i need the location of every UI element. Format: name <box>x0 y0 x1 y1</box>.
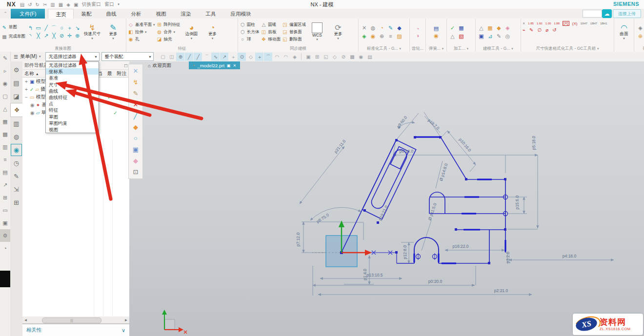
image-tool-icon[interactable]: ▤ <box>0 166 10 178</box>
tab-application[interactable]: 应用模块 <box>223 9 258 19</box>
frame-tool-icon[interactable]: ▣ <box>0 217 10 229</box>
std-tool-1-icon[interactable]: ✕ <box>362 25 366 31</box>
mt-2-icon[interactable]: ▦ <box>487 25 492 31</box>
std-tool-4-icon[interactable]: ✎ <box>388 25 393 31</box>
rapid-dimension-button[interactable]: ↯ 快速尺寸▾ <box>82 23 102 40</box>
scroll-left-icon[interactable]: ◄ <box>22 318 29 322</box>
snap-8-icon[interactable]: ↗ <box>220 53 228 61</box>
mt-7-icon[interactable]: ✎ <box>497 33 501 40</box>
history-icon[interactable]: ◔ <box>0 242 10 255</box>
delete-icon[interactable]: ✕ <box>129 99 142 110</box>
win-8-icon[interactable]: ▤ <box>365 53 374 61</box>
circle-icon[interactable]: ○ <box>58 24 65 32</box>
blocks-tool-icon[interactable]: ▩ <box>0 128 10 140</box>
assembly-navigator-icon[interactable]: ▤ <box>10 77 22 90</box>
filter-option-sketch-constraint[interactable]: 草图约束 <box>46 120 99 126</box>
tab-welcome-page[interactable]: ⌂ 欢迎页面 <box>143 61 176 69</box>
gear-2-icon[interactable]: ◑ <box>416 33 420 39</box>
undo-icon[interactable]: ↺ <box>28 2 32 7</box>
fillet-icon[interactable]: ↘ <box>74 24 81 32</box>
line-icon[interactable]: ╱ <box>42 24 50 32</box>
filter-option-sketch[interactable]: 草图 <box>46 114 99 120</box>
graphics-window[interactable]: ⌂ 欢迎页面 ◔ _model22.prt ▣ ✕ <box>129 61 644 336</box>
std-tool-2-icon[interactable]: ◍ <box>371 25 376 31</box>
chevron-down-icon[interactable]: ∨ <box>121 327 125 333</box>
filter-option-curve-feature[interactable]: 曲线特征 <box>46 94 99 100</box>
fmt-edit-icon[interactable]: ✎ <box>529 27 533 33</box>
shell-button[interactable]: ◪抽壳 <box>157 36 181 43</box>
expander-icon[interactable]: + <box>24 79 28 84</box>
mach-2-icon[interactable]: ▦ <box>459 25 463 31</box>
wcs-button[interactable]: WCS▾ <box>307 22 327 41</box>
datum-plane-button[interactable]: ◇基准平面▾ <box>128 21 155 28</box>
pattern-curve-icon[interactable]: ⊕ <box>74 32 81 40</box>
table-tool-icon[interactable]: ▦ <box>0 115 10 128</box>
snap-16-icon[interactable]: ◈ <box>290 53 299 61</box>
fmt-fit-3-icon[interactable]: 18H1 <box>600 22 607 25</box>
fmt-diameter-icon[interactable]: ∅ <box>537 27 542 33</box>
cloud-icon[interactable]: ☁ <box>602 9 612 18</box>
fmt-reset-icon[interactable]: ↺ <box>552 27 556 33</box>
upload-search-box[interactable] <box>583 10 602 18</box>
extrude-button[interactable]: ◧拉伸▾ <box>128 28 155 36</box>
selection-filter-combo[interactable]: 无选择过滤器▼ <box>45 52 100 61</box>
hd3d-tools-icon[interactable]: ◍ <box>10 130 22 143</box>
column-latest[interactable]: 最 <box>105 70 114 77</box>
expander-icon[interactable]: + <box>24 87 28 92</box>
pin-tool-icon[interactable]: ◉ <box>0 77 10 90</box>
extrude-tool-icon[interactable]: ◆ <box>129 121 142 133</box>
chart-tool-icon[interactable]: ▥ <box>0 140 10 153</box>
sync-more-button[interactable]: ⟳ 更多▾ <box>328 23 348 40</box>
collapse-ribbon-icon[interactable]: ⌃ <box>0 9 11 19</box>
fmt-fit-2-icon[interactable]: 18H7 <box>590 22 597 25</box>
mt-3-icon[interactable]: ◆ <box>497 25 501 31</box>
win-5-icon[interactable]: ⊘ <box>339 53 347 61</box>
hole-button[interactable]: ◉孔 <box>128 36 155 43</box>
scroll-right-icon[interactable]: ► <box>123 318 129 322</box>
save-icon[interactable]: ▤ <box>20 2 24 7</box>
toolbox-icon[interactable]: ⊞ <box>10 196 22 209</box>
point-icon[interactable]: ＋ <box>66 24 73 32</box>
arc-icon[interactable]: ⌒ <box>50 24 58 32</box>
chamfer-icon[interactable]: ◝ <box>27 32 34 40</box>
fmt-del-icon[interactable]: × <box>523 21 525 26</box>
tab-view[interactable]: 视图 <box>148 9 173 19</box>
rib-button[interactable]: ◫筋板 <box>261 28 281 36</box>
roles-icon[interactable]: ✎ <box>10 170 22 183</box>
feature-more-button[interactable]: ◔ 更多▾ <box>203 23 222 40</box>
paste-icon[interactable]: ▦ <box>59 2 63 7</box>
tab-assembly[interactable]: 装配 <box>74 9 99 19</box>
cancel-icon[interactable]: ✕ <box>129 65 142 77</box>
offset-region-button[interactable]: ◳偏置区域 <box>282 21 306 28</box>
filter-option-point[interactable]: 点 <box>46 100 99 107</box>
circle-tool-icon[interactable]: ○ <box>129 133 142 144</box>
std-tool-7-icon[interactable]: ◉ <box>371 33 376 40</box>
mach-4-icon[interactable]: ▧ <box>459 33 463 40</box>
datum-tool-icon[interactable]: ◆ <box>129 155 142 166</box>
filter-caret-icon[interactable]: ▼ <box>92 55 99 59</box>
copy-icon[interactable]: ▥ <box>50 2 55 7</box>
filter-option-csys[interactable]: 坐标系 <box>46 68 99 75</box>
win-7-icon[interactable]: ◉ <box>357 53 365 61</box>
spring-2-icon[interactable]: ◉ <box>434 33 439 39</box>
eye-icon[interactable]: ◉ <box>30 102 35 108</box>
filter-option-datum[interactable]: 基准 <box>46 75 99 81</box>
win-3-icon[interactable]: ◱ <box>322 53 330 61</box>
close-tab-icon[interactable]: ✕ <box>233 63 237 68</box>
sketch-more-button[interactable]: ✎ 更多▾ <box>103 23 123 40</box>
filter-option-view[interactable]: 视图 <box>46 126 99 133</box>
win-2-icon[interactable]: ⊞ <box>313 53 321 61</box>
std-tool-8-icon[interactable]: ⊕ <box>380 33 384 40</box>
scrollbar-thumb[interactable]: ||| <box>42 317 101 323</box>
profile-icon[interactable]: ↰ <box>27 24 34 32</box>
tab-home[interactable]: 主页 <box>48 9 74 19</box>
snap-13-icon[interactable]: ⌒ <box>264 53 272 61</box>
menu-button[interactable]: ☰ 菜单(M)▾ <box>11 52 43 61</box>
column-note[interactable]: 附注 <box>114 70 129 77</box>
filter-option-dimension[interactable]: 尺寸 <box>46 81 99 88</box>
sliders-tool-icon[interactable]: ≡ <box>0 153 10 166</box>
spring-1-icon[interactable]: ▤ <box>434 25 439 32</box>
part-navigator-icon[interactable]: ❖ <box>10 103 23 117</box>
mach-1-icon[interactable]: ✓ <box>450 25 455 31</box>
snap-14-icon[interactable]: ◠ <box>273 53 281 61</box>
